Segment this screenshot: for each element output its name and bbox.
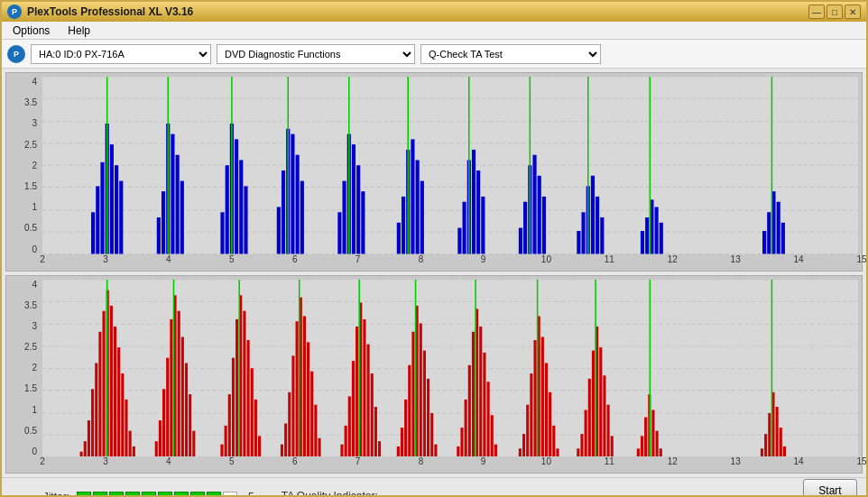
- jitter-bar-6: [158, 492, 172, 498]
- title-bar-left: P PlexTools Professional XL V3.16: [7, 5, 193, 19]
- svg-rect-135: [284, 423, 287, 456]
- svg-rect-140: [303, 316, 306, 456]
- top-chart-x-axis: 2 3 4 5 6 7 8 9 10 11 12 13 14 15: [42, 254, 862, 271]
- close-button[interactable]: ✕: [845, 5, 861, 19]
- svg-rect-39: [343, 181, 346, 254]
- svg-rect-123: [225, 425, 227, 456]
- window-controls: — □ ✕: [808, 5, 861, 19]
- svg-rect-141: [307, 342, 309, 456]
- svg-rect-73: [641, 231, 644, 253]
- svg-rect-50: [420, 181, 424, 254]
- svg-rect-36: [300, 181, 304, 254]
- svg-rect-194: [577, 448, 579, 456]
- svg-rect-99: [98, 331, 101, 456]
- svg-rect-17: [157, 217, 161, 253]
- jitter-metric: Jitter: 5 Peak Shift:: [11, 491, 254, 498]
- svg-rect-18: [162, 191, 165, 253]
- svg-rect-218: [780, 428, 782, 456]
- svg-rect-209: [651, 410, 654, 456]
- svg-rect-97: [91, 389, 94, 456]
- svg-rect-130: [251, 368, 254, 456]
- svg-rect-108: [133, 446, 135, 456]
- svg-rect-167: [430, 412, 433, 456]
- menu-options[interactable]: Options: [5, 23, 57, 38]
- jitter-bar-1: [77, 492, 91, 498]
- svg-rect-197: [588, 378, 591, 456]
- svg-rect-107: [129, 430, 132, 456]
- svg-rect-217: [776, 407, 779, 456]
- svg-rect-57: [481, 197, 485, 254]
- svg-rect-71: [600, 217, 604, 253]
- svg-rect-180: [494, 444, 497, 456]
- svg-rect-188: [541, 336, 544, 456]
- jitter-bar-10: [223, 492, 237, 498]
- svg-rect-125: [232, 357, 235, 456]
- svg-rect-118: [185, 363, 188, 456]
- bottom-chart-svg: [42, 280, 858, 457]
- jitter-bar-3: [109, 492, 124, 498]
- svg-rect-27: [235, 139, 238, 253]
- svg-rect-219: [783, 446, 786, 456]
- title-bar: P PlexTools Professional XL V3.16 — □ ✕: [2, 2, 866, 22]
- svg-rect-104: [117, 347, 120, 456]
- svg-rect-80: [767, 212, 771, 253]
- toolbar: P HA:0 ID:0 PX-716A DVD Diagnostic Funct…: [2, 40, 866, 69]
- svg-rect-22: [180, 181, 184, 254]
- svg-rect-172: [465, 399, 467, 456]
- metrics-bar: Jitter: 5 Peak Shift:: [2, 477, 866, 497]
- svg-rect-66: [577, 231, 580, 253]
- svg-rect-79: [762, 231, 766, 253]
- svg-rect-154: [371, 373, 374, 456]
- drive-icon: P: [7, 45, 25, 63]
- menu-help[interactable]: Help: [60, 23, 97, 38]
- svg-rect-11: [100, 162, 104, 254]
- svg-rect-177: [483, 352, 485, 456]
- svg-rect-207: [644, 417, 647, 456]
- svg-rect-13: [110, 144, 114, 253]
- svg-rect-150: [356, 327, 358, 456]
- start-button[interactable]: Start: [803, 479, 857, 498]
- svg-rect-43: [361, 191, 365, 253]
- svg-rect-35: [296, 155, 300, 254]
- function-select[interactable]: DVD Diagnostic Functions: [217, 44, 415, 64]
- window-title: PlexTools Professional XL V3.16: [27, 5, 193, 18]
- svg-rect-9: [91, 212, 95, 253]
- bottom-chart-area: [42, 280, 858, 457]
- svg-rect-77: [660, 223, 663, 254]
- svg-rect-143: [314, 404, 317, 456]
- maximize-button[interactable]: □: [826, 5, 843, 19]
- svg-rect-46: [402, 197, 405, 254]
- svg-rect-170: [457, 446, 459, 456]
- svg-rect-203: [611, 436, 614, 456]
- drive-select[interactable]: HA:0 ID:0 PX-716A: [31, 44, 211, 64]
- svg-rect-147: [345, 425, 347, 456]
- svg-rect-198: [592, 350, 595, 456]
- svg-rect-136: [288, 391, 291, 456]
- svg-rect-42: [356, 165, 360, 253]
- jitter-bar-5: [142, 492, 156, 498]
- svg-rect-106: [125, 399, 127, 456]
- svg-rect-129: [247, 340, 250, 456]
- svg-rect-49: [416, 160, 420, 253]
- minimize-button[interactable]: —: [808, 5, 825, 19]
- ta-label: TA Quality Indicator:: [282, 490, 378, 498]
- jitter-bar-7: [174, 492, 189, 498]
- jitter-bars: [77, 492, 237, 498]
- jitter-label: Jitter:: [11, 491, 69, 498]
- svg-rect-179: [491, 415, 494, 456]
- svg-rect-14: [115, 165, 118, 253]
- bottom-chart: 4 3.5 3 2.5 2 1.5 1 0.5 0: [5, 275, 863, 474]
- test-select[interactable]: Q-Check TA Test: [420, 44, 601, 64]
- svg-rect-122: [220, 444, 223, 456]
- svg-rect-82: [777, 202, 780, 254]
- svg-rect-105: [121, 373, 124, 456]
- bottom-chart-y-axis: 4 3.5 3 2.5 2 1.5 1 0.5 0: [6, 280, 41, 457]
- svg-rect-98: [95, 363, 97, 456]
- top-chart: 4 3.5 3 2.5 2 1.5 1 0.5 0: [5, 72, 863, 272]
- svg-rect-103: [114, 327, 116, 456]
- svg-rect-20: [171, 134, 174, 254]
- svg-rect-148: [348, 396, 351, 456]
- svg-rect-74: [645, 217, 649, 253]
- jitter-bar-8: [190, 492, 205, 498]
- svg-rect-24: [220, 212, 224, 253]
